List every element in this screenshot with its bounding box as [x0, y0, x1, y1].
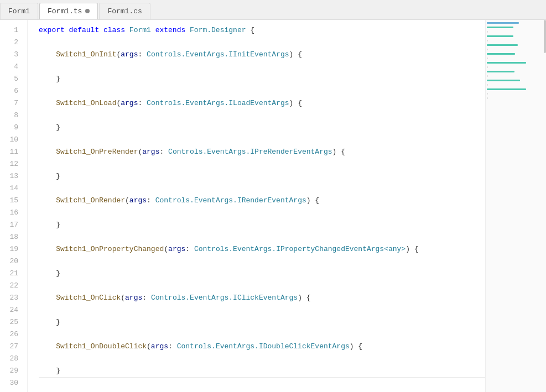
minimap-line-31 [487, 88, 526, 90]
line-number-18: 18 [0, 231, 20, 243]
line-number-8: 8 [0, 109, 20, 122]
minimap-line-11 [487, 44, 518, 46]
code-line-28 [39, 353, 485, 365]
line-number-13: 13 [0, 170, 20, 182]
line-number-15: 15 [0, 195, 20, 207]
minimap-line-6 [487, 33, 545, 35]
line-number-20: 20 [0, 255, 20, 268]
minimap-line-35 [487, 97, 488, 99]
line-number-29: 29 [0, 365, 20, 377]
line-number-16: 16 [0, 207, 20, 219]
minimap-line-32 [487, 91, 545, 92]
tab-form1ts[interactable]: Form1.ts [39, 3, 98, 19]
line-number-11: 11 [0, 146, 20, 158]
minimap-line-8 [487, 38, 545, 39]
code-line-23: Switch1_OnClick(args: Controls.EventArgs… [39, 292, 485, 304]
line-numbers: 1234567891011121314151617181920212223242… [0, 20, 28, 392]
line-number-14: 14 [0, 182, 20, 195]
code-line-31: Switch1_OnValueChanged(args: Controls.Ev… [39, 390, 485, 392]
tab-form1cs[interactable]: Form1.cs [99, 3, 150, 19]
code-line-3: Switch1_OnInit(args: Controls.EventArgs.… [39, 49, 485, 61]
minimap-scrollbar[interactable] [544, 20, 546, 53]
minimap [485, 20, 546, 392]
line-number-27: 27 [0, 341, 20, 353]
minimap-line-12 [487, 46, 545, 48]
line-number-30: 30 [0, 377, 20, 389]
minimap-line-9 [487, 40, 488, 41]
minimap-line-30 [487, 86, 545, 88]
line-number-19: 19 [0, 243, 20, 255]
line-number-3: 3 [0, 49, 20, 61]
minimap-line-16 [487, 55, 545, 57]
line-number-10: 10 [0, 134, 20, 146]
minimap-line-21 [487, 66, 488, 68]
line-number-5: 5 [0, 73, 20, 85]
line-number-2: 2 [0, 36, 20, 49]
line-number-7: 7 [0, 97, 20, 109]
minimap-line-13 [487, 49, 488, 50]
code-line-16 [39, 207, 485, 219]
code-line-2 [39, 36, 485, 49]
line-number-26: 26 [0, 328, 20, 341]
line-number-24: 24 [0, 304, 20, 316]
minimap-content [486, 20, 546, 102]
code-line-11: Switch1_OnPreRender(args: Controls.Event… [39, 146, 485, 158]
code-line-24 [39, 304, 485, 316]
code-line-12 [39, 158, 485, 170]
minimap-line-27 [487, 80, 520, 81]
code-area[interactable]: export default class Form1 extends Form.… [28, 20, 485, 392]
code-line-27: Switch1_OnDoubleClick(args: Controls.Eve… [39, 341, 485, 353]
tab-form1ts-label: Form1.ts [48, 7, 82, 15]
tab-form1-label: Form1 [8, 7, 30, 15]
minimap-line-10 [487, 42, 545, 44]
line-number-21: 21 [0, 268, 20, 280]
code-line-13: } [39, 170, 485, 182]
line-number-22: 22 [0, 280, 20, 292]
minimap-line-25 [487, 75, 488, 77]
minimap-line-4 [487, 29, 545, 30]
minimap-line-28 [487, 82, 545, 83]
code-line-5: } [39, 73, 485, 85]
code-line-7: Switch1_OnLoad(args: Controls.EventArgs.… [39, 97, 485, 109]
code-line-17: } [39, 219, 485, 231]
minimap-line-5 [487, 31, 488, 33]
code-line-22 [39, 280, 485, 292]
line-number-17: 17 [0, 219, 20, 231]
code-line-25: } [39, 316, 485, 328]
line-number-12: 12 [0, 158, 20, 170]
code-line-6 [39, 85, 485, 97]
minimap-line-29 [487, 84, 488, 86]
minimap-line-26 [487, 77, 545, 79]
code-line-9: } [39, 122, 485, 134]
minimap-line-1 [487, 22, 519, 24]
minimap-line-2 [487, 24, 545, 26]
code-line-10 [39, 134, 485, 146]
code-line-21: } [39, 268, 485, 280]
minimap-line-20 [487, 64, 545, 66]
minimap-line-14 [487, 51, 545, 53]
line-number-31: 31 [0, 389, 20, 392]
minimap-line-34 [487, 95, 545, 97]
code-line-4 [39, 61, 485, 73]
code-line-18 [39, 231, 485, 243]
minimap-line-3 [487, 27, 513, 28]
minimap-line-15 [487, 53, 515, 55]
line-number-4: 4 [0, 61, 20, 73]
minimap-line-23 [487, 71, 514, 72]
line-number-1: 1 [0, 24, 20, 36]
code-line-29: } [39, 365, 485, 377]
minimap-line-7 [487, 35, 513, 37]
code-line-26 [39, 328, 485, 341]
line-number-6: 6 [0, 85, 20, 97]
tab-form1[interactable]: Form1 [0, 3, 38, 19]
minimap-line-22 [487, 69, 545, 70]
code-line-14 [39, 182, 485, 195]
editor-container: 1234567891011121314151617181920212223242… [0, 20, 546, 392]
minimap-line-33 [487, 93, 488, 95]
code-line-1: export default class Form1 extends Form.… [39, 24, 485, 36]
minimap-line-24 [487, 73, 545, 75]
line-number-9: 9 [0, 122, 20, 134]
code-line-19: Switch1_OnPropertyChanged(args: Controls… [39, 243, 485, 255]
code-line-20 [39, 255, 485, 268]
line-number-23: 23 [0, 292, 20, 304]
